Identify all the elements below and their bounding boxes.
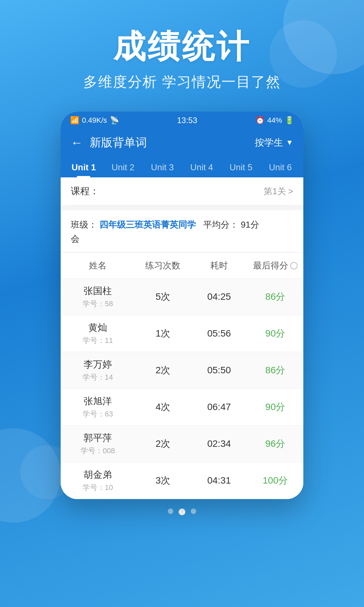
- table-container: 姓名 练习次数 耗时 最后得分 张国柱 学号：58 5次 04:2: [61, 253, 303, 499]
- sub-title: 多维度分析 学习情况一目了然: [0, 73, 364, 91]
- th-count: 练习次数: [135, 253, 191, 278]
- course-row: 课程： 第1关 >: [61, 177, 303, 205]
- student-name-cell: 张国柱 学号：58: [61, 279, 135, 315]
- score-value: 100分: [263, 474, 288, 487]
- pagination-dots: [61, 499, 303, 522]
- score-value: 86分: [265, 290, 285, 303]
- time-spent: 02:34: [191, 426, 247, 462]
- student-name-cell: 张旭洋 学号：63: [61, 389, 135, 425]
- table-row: 李万婷 学号：14 2次 05:50 86分: [61, 352, 303, 389]
- student-id: 学号：008: [81, 446, 115, 456]
- student-id: 学号：10: [83, 483, 113, 493]
- last-score: 100分: [247, 462, 303, 499]
- last-score: 90分: [247, 389, 303, 425]
- course-nav-text: 第1关: [264, 185, 286, 197]
- score-value: 96分: [265, 437, 285, 450]
- header-section: 成绩统计 多维度分析 学习情况一目了然: [0, 0, 364, 91]
- divider-1: [71, 205, 293, 206]
- status-left: 📶 0.49K/s 📡: [70, 116, 119, 125]
- tab-item-2[interactable]: Unit 2: [103, 156, 143, 177]
- course-nav-arrow: >: [288, 186, 293, 197]
- sort-circle-icon: [290, 262, 298, 269]
- phone-container: 📶 0.49K/s 📡 13:53 ⏰ 44% 🔋 ← 新版背单词 按学生 ▼ …: [61, 112, 303, 522]
- filter-selector[interactable]: 按学生 ▼: [255, 136, 293, 149]
- student-id: 学号：14: [83, 372, 113, 382]
- table-header: 姓名 练习次数 耗时 最后得分: [61, 253, 303, 279]
- signal-icon: 📶: [70, 116, 79, 125]
- table-body: 张国柱 学号：58 5次 04:25 86分 黄灿 学号：11 1次 05:56…: [61, 279, 303, 499]
- th-score: 最后得分: [247, 253, 303, 278]
- tab-item-5[interactable]: Unit 5: [221, 156, 261, 177]
- practice-count: 2次: [135, 426, 191, 462]
- practice-count: 4次: [135, 389, 191, 425]
- content-area: 课程： 第1关 > 班级： 四年级三班英语菁英同学 平均分： 91分 会: [61, 177, 303, 499]
- dot-1: [168, 509, 173, 514]
- time-spent: 04:25: [191, 279, 247, 315]
- status-right: ⏰ 44% 🔋: [255, 116, 294, 125]
- student-name: 郭平萍: [84, 432, 112, 444]
- student-id: 学号：63: [83, 409, 113, 419]
- student-name-cell: 胡金弟 学号：10: [61, 462, 135, 499]
- nav-bar: ← 新版背单词 按学生 ▼: [61, 129, 303, 156]
- filter-arrow-icon: ▼: [286, 138, 293, 147]
- dot-3: [191, 509, 196, 514]
- class-extra: 会: [71, 234, 80, 244]
- student-name-cell: 黄灿 学号：11: [61, 315, 135, 352]
- student-name: 张旭洋: [84, 395, 112, 408]
- last-score: 96分: [247, 426, 303, 462]
- tab-item-6[interactable]: Unit 6: [261, 156, 300, 177]
- student-name-cell: 李万婷 学号：14: [61, 352, 135, 388]
- student-id: 学号：58: [83, 299, 113, 309]
- time-spent: 04:31: [191, 462, 247, 499]
- practice-count: 1次: [135, 315, 191, 352]
- score-value: 86分: [265, 364, 285, 377]
- time-spent: 05:50: [191, 352, 247, 388]
- signal-speed: 0.49K/s: [82, 116, 107, 125]
- class-label: 班级：: [71, 220, 97, 230]
- avg-score: 91分: [241, 220, 259, 230]
- table-row: 黄灿 学号：11 1次 05:56 90分: [61, 315, 303, 352]
- student-name: 张国柱: [84, 285, 112, 297]
- course-nav[interactable]: 第1关 >: [264, 185, 293, 197]
- wifi-icon: 📡: [110, 116, 119, 125]
- score-value: 90分: [265, 401, 285, 413]
- time-spent: 06:47: [191, 389, 247, 425]
- dot-2: [179, 509, 185, 515]
- status-time: 13:53: [177, 116, 197, 125]
- student-name: 胡金弟: [84, 468, 112, 481]
- tab-bar: Unit 1Unit 2Unit 3Unit 4Unit 5Unit 6: [61, 156, 303, 177]
- table-row: 张国柱 学号：58 5次 04:25 86分: [61, 279, 303, 315]
- battery-percent: 44%: [267, 116, 282, 125]
- course-label: 课程：: [71, 185, 99, 198]
- class-info-text: 班级： 四年级三班英语菁英同学 平均分： 91分 会: [71, 218, 293, 246]
- avg-label: 平均分：: [203, 220, 238, 230]
- th-name: 姓名: [61, 253, 135, 278]
- student-name: 李万婷: [84, 358, 112, 371]
- th-score-label: 最后得分: [253, 260, 288, 271]
- back-button[interactable]: ←: [71, 136, 83, 150]
- th-time: 耗时: [191, 253, 247, 278]
- student-name-cell: 郭平萍 学号：008: [61, 426, 135, 462]
- score-value: 90分: [265, 327, 285, 340]
- alarm-icon: ⏰: [255, 116, 265, 125]
- tab-item-3[interactable]: Unit 3: [143, 156, 182, 177]
- phone-mockup: 📶 0.49K/s 📡 13:53 ⏰ 44% 🔋 ← 新版背单词 按学生 ▼ …: [61, 112, 303, 499]
- table-row: 郭平萍 学号：008 2次 02:34 96分: [61, 426, 303, 462]
- time-spent: 05:56: [191, 315, 247, 352]
- battery-icon: 🔋: [285, 116, 294, 125]
- table-row: 胡金弟 学号：10 3次 04:31 100分: [61, 462, 303, 499]
- filter-label: 按学生: [255, 136, 283, 149]
- practice-count: 5次: [135, 279, 191, 315]
- last-score: 90分: [247, 315, 303, 352]
- last-score: 86分: [247, 279, 303, 315]
- practice-count: 3次: [135, 462, 191, 499]
- tab-item-4[interactable]: Unit 4: [182, 156, 221, 177]
- tab-item-1[interactable]: Unit 1: [64, 156, 103, 177]
- class-info-row: 班级： 四年级三班英语菁英同学 平均分： 91分 会: [61, 210, 303, 252]
- class-name: 四年级三班英语菁英同学: [99, 220, 196, 230]
- student-name: 黄灿: [88, 321, 107, 334]
- nav-title: 新版背单词: [90, 135, 255, 150]
- last-score: 86分: [247, 352, 303, 388]
- student-id: 学号：11: [83, 336, 113, 346]
- table-row: 张旭洋 学号：63 4次 06:47 90分: [61, 389, 303, 426]
